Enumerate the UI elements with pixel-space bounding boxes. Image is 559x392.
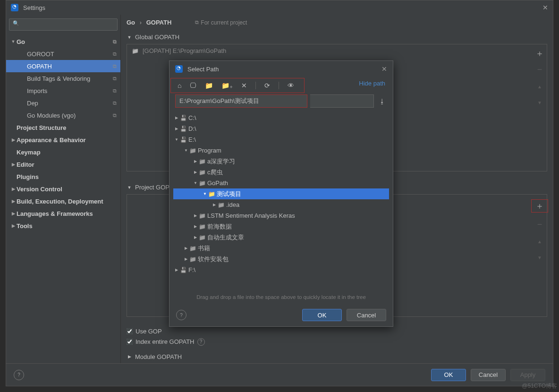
sidebar-item[interactable]: Go (6, 35, 120, 48)
sidebar-item[interactable]: Plugins (6, 170, 120, 183)
file-tree-item[interactable]: 前海数据 (173, 221, 389, 232)
sidebar-item[interactable]: Project Structure (6, 121, 120, 134)
sidebar: GoGOROOTGOPATHBuild Tags & VendoringImpo… (6, 15, 121, 363)
module-gopath-toggle[interactable]: ▶ Module GOPATH (127, 350, 547, 363)
chevron-right-icon (10, 187, 17, 191)
module-section: ▶ Module GOPATH (121, 350, 553, 363)
select-path-dialog: Select Path ✕ ⌂ 🖵 📁 📁₊ ✕ ⟳ 👁 Hide path C… (169, 60, 393, 327)
chevron-right-icon: ▶ (127, 354, 132, 359)
folder-icon (189, 245, 198, 252)
chevron-right-icon (173, 127, 180, 131)
search-input[interactable] (9, 18, 118, 31)
folder-icon (199, 158, 207, 165)
sidebar-item-label: Go Modules (vgo) (27, 112, 113, 119)
scope-icon (113, 100, 117, 106)
sidebar-item[interactable]: Imports (6, 85, 120, 97)
use-gopath-checkbox[interactable] (127, 328, 133, 334)
history-icon[interactable] (377, 98, 387, 105)
move-down-button[interactable] (537, 97, 542, 106)
file-tree-item[interactable]: E:\ (173, 134, 389, 145)
refresh-icon[interactable]: ⟳ (264, 82, 270, 89)
file-tree-item[interactable]: GoPath (173, 178, 389, 188)
sidebar-item[interactable]: Dep (6, 97, 120, 109)
file-tree-label: .idea (226, 201, 239, 208)
path-input[interactable] (175, 94, 307, 108)
cancel-button[interactable]: Cancel (471, 369, 506, 381)
sidebar-item[interactable]: Build, Execution, Deployment (6, 195, 120, 207)
apply-button[interactable]: Apply (510, 369, 545, 381)
sidebar-item[interactable]: GOROOT (6, 48, 120, 60)
add-button-highlighted[interactable]: ＋ (531, 199, 548, 213)
help-icon[interactable]: ? (197, 338, 205, 346)
sidebar-item[interactable]: Go Modules (vgo) (6, 109, 120, 121)
close-icon[interactable]: ✕ (542, 4, 548, 11)
sidebar-item[interactable]: Appearance & Behavior (6, 134, 120, 146)
path-input-overflow[interactable] (310, 94, 374, 108)
show-hidden-icon[interactable]: 👁 (288, 82, 294, 89)
file-tree-item[interactable]: Program (173, 145, 389, 156)
chevron-right-icon (10, 137, 17, 142)
scope-icon (113, 88, 117, 94)
cancel-button[interactable]: Cancel (347, 309, 386, 321)
file-tree-item[interactable]: 测试项目 (173, 188, 389, 199)
file-tree-item[interactable]: LSTM Sentiment Analysis Keras (173, 210, 389, 221)
help-icon[interactable]: ? (14, 370, 24, 380)
move-up-button[interactable] (537, 236, 542, 245)
sidebar-item[interactable]: Keymap (6, 146, 120, 158)
sidebar-item[interactable]: Build Tags & Vendoring (6, 72, 120, 85)
drag-hint: Drag and drop a file into the space abov… (169, 290, 393, 304)
file-tree-item[interactable]: C:\ (173, 112, 389, 123)
home-icon[interactable]: ⌂ (178, 82, 181, 89)
folder-icon (199, 169, 207, 176)
delete-icon[interactable]: ✕ (241, 82, 247, 89)
global-gopath-entry[interactable]: [GOPATH] E:\Program\GoPath (127, 44, 547, 58)
dialog-footer: ? OK Cancel (169, 304, 393, 326)
drive-icon (180, 115, 188, 121)
sidebar-item-label: Tools (17, 222, 117, 230)
sidebar-item[interactable]: Languages & Frameworks (6, 207, 120, 220)
move-up-button[interactable] (537, 81, 542, 90)
file-tree-label: 测试项目 (217, 190, 241, 198)
index-gopath-checkbox[interactable] (127, 339, 133, 345)
file-tree-item[interactable]: F:\ (173, 264, 389, 275)
move-down-button[interactable] (537, 252, 542, 261)
file-tree-item[interactable]: 书籍 (173, 243, 389, 254)
hide-path-link[interactable]: Hide path (359, 80, 385, 87)
global-gopath-path: [GOPATH] E:\Program\GoPath (143, 47, 226, 54)
folder-icon (189, 147, 198, 154)
sidebar-item-label: Appearance & Behavior (17, 136, 117, 144)
chevron-right-icon (10, 162, 17, 167)
file-tree-item[interactable]: .idea (173, 199, 389, 210)
close-icon[interactable]: ✕ (381, 65, 387, 73)
sidebar-item[interactable]: Tools (6, 220, 120, 232)
sidebar-item[interactable]: Version Control (6, 183, 120, 195)
file-tree-item[interactable]: c爬虫 (173, 167, 389, 178)
file-tree-label: F:\ (188, 266, 195, 273)
sidebar-item-label: GOROOT (27, 51, 113, 58)
chevron-right-icon (183, 246, 189, 250)
project-folder-icon[interactable]: 📁 (205, 82, 213, 89)
file-tree-item[interactable]: D:\ (173, 123, 389, 134)
remove-button[interactable]: − (537, 220, 542, 229)
remove-button[interactable]: − (537, 65, 542, 74)
ok-button[interactable]: OK (302, 309, 342, 321)
sidebar-item[interactable]: GOPATH (6, 60, 120, 72)
chevron-right-icon (10, 211, 17, 216)
file-tree-label: Program (198, 147, 221, 154)
chevron-right-icon (10, 199, 17, 204)
for-project-label: For current project (195, 19, 247, 26)
new-folder-icon[interactable]: 📁₊ (221, 82, 233, 89)
global-gopath-toggle[interactable]: ▼ Global GOPATH (127, 31, 547, 44)
chevron-right-icon (192, 170, 199, 174)
ok-button[interactable]: OK (431, 369, 466, 381)
sidebar-item[interactable]: Editor (6, 158, 120, 170)
dialog-title: Select Path (187, 66, 219, 73)
file-tree-item[interactable]: 软件安装包 (173, 254, 389, 264)
chevron-down-icon: ▼ (127, 185, 132, 190)
desktop-icon[interactable]: 🖵 (190, 82, 196, 89)
file-tree[interactable]: C:\D:\E:\Programa深度学习c爬虫GoPath测试项目.ideaL… (169, 110, 393, 290)
add-button[interactable]: ＋ (535, 49, 544, 58)
file-tree-item[interactable]: 自动生成文章 (173, 232, 389, 243)
file-tree-item[interactable]: a深度学习 (173, 156, 389, 167)
help-icon[interactable]: ? (176, 310, 186, 320)
